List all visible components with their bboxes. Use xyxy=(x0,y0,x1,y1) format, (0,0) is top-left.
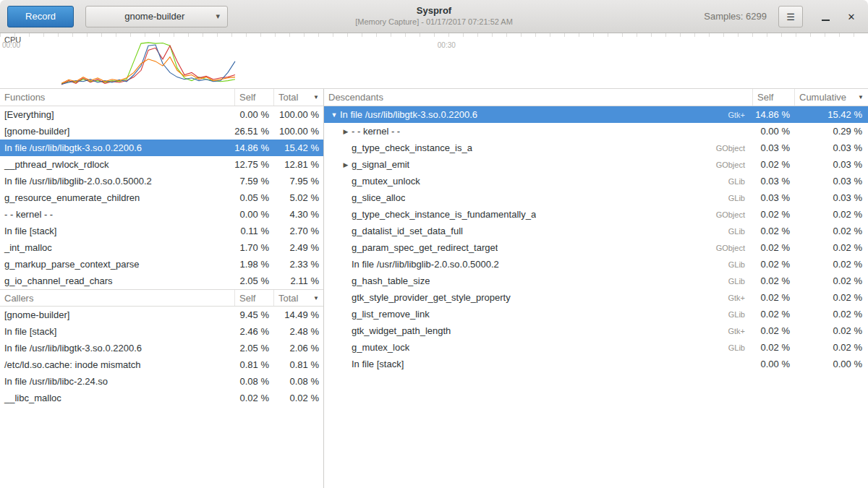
self-percent: 0.02 % xyxy=(752,275,794,286)
self-percent: 0.02 % xyxy=(752,226,794,236)
descendant-row[interactable]: g_mutex_unlockGLib0.03 %0.03 % xyxy=(324,173,868,189)
descendant-row[interactable]: ▼In file /usr/lib/libgtk-3.so.0.2200.6Gt… xyxy=(324,106,868,123)
column-header-self[interactable]: Self xyxy=(234,290,273,306)
function-name: __libc_malloc xyxy=(0,393,234,403)
function-row[interactable]: In file [stack]0.11 %2.70 % xyxy=(0,223,323,239)
caller-row[interactable]: In file /usr/lib/libgtk-3.so.0.2200.62.0… xyxy=(0,340,323,356)
record-button[interactable]: Record xyxy=(7,6,74,27)
timeline-graph[interactable]: CPU 00:00 00:30 xyxy=(0,33,868,89)
self-percent: 0.05 % xyxy=(234,192,273,203)
descendant-row[interactable]: ▶g_signal_emitGObject0.02 %0.03 % xyxy=(324,156,868,173)
cumulative-percent: 0.02 % xyxy=(794,226,868,236)
function-name: g_hash_table_size xyxy=(352,275,430,286)
descendant-label-cell: g_param_spec_get_redirect_targetGObject xyxy=(324,242,752,253)
column-header-descendants[interactable]: Descendants xyxy=(324,89,752,106)
self-percent: 0.08 % xyxy=(234,376,273,387)
total-percent: 0.81 % xyxy=(273,359,323,370)
descendant-row[interactable]: g_slice_allocGLib0.03 %0.03 % xyxy=(324,189,868,206)
column-header-label: Total xyxy=(278,92,298,103)
self-percent: 12.75 % xyxy=(234,159,273,170)
caller-row[interactable]: [gnome-builder]9.45 %14.49 % xyxy=(0,307,323,323)
caller-row[interactable]: __libc_malloc0.02 %0.02 % xyxy=(0,390,323,406)
column-header-total[interactable]: Total ▼ xyxy=(273,290,323,306)
descendant-label-cell: g_datalist_id_set_data_fullGLib xyxy=(324,226,752,236)
expander-icon[interactable]: ▶ xyxy=(340,128,352,135)
library-category-label: GObject xyxy=(716,210,752,219)
cumulative-percent: 0.29 % xyxy=(794,126,868,137)
library-category-label: GLib xyxy=(728,227,752,236)
function-row[interactable]: [gnome-builder]26.51 %100.00 % xyxy=(0,123,323,140)
descendant-row[interactable]: In file [stack]0.00 %0.00 % xyxy=(324,356,868,372)
total-percent: 0.02 % xyxy=(273,393,323,403)
function-name: g_datalist_id_set_data_full xyxy=(352,226,463,236)
function-name: g_io_channel_read_chars xyxy=(0,275,234,286)
descendant-row[interactable]: g_mutex_lockGLib0.02 %0.02 % xyxy=(324,339,868,356)
function-name: In file [stack] xyxy=(0,326,234,337)
process-selector-dropdown[interactable]: gnome-builder ▾ xyxy=(85,6,228,27)
left-pane: Functions Self Total ▼ [Everything]0.00 … xyxy=(0,89,324,488)
total-percent: 5.02 % xyxy=(273,192,323,203)
descendant-row[interactable]: g_datalist_id_set_data_fullGLib0.02 %0.0… xyxy=(324,223,868,239)
descendant-row[interactable]: g_list_remove_linkGLib0.02 %0.02 % xyxy=(324,306,868,322)
function-row[interactable]: In file /usr/lib/libgtk-3.so.0.2200.614.… xyxy=(0,140,323,156)
caller-row[interactable]: In file /usr/lib/libc-2.24.so0.08 %0.08 … xyxy=(0,373,323,390)
close-icon: ✕ xyxy=(848,12,856,22)
caller-row[interactable]: /etc/ld.so.cache: inode mismatch0.81 %0.… xyxy=(0,356,323,373)
descendant-row[interactable]: gtk_widget_path_lengthGtk+0.02 %0.02 % xyxy=(324,322,868,339)
column-header-cumulative[interactable]: Cumulative ▼ xyxy=(794,89,868,106)
descendant-label-cell: gtk_style_provider_get_style_propertyGtk… xyxy=(324,292,752,303)
descendant-row[interactable]: g_hash_table_sizeGLib0.02 %0.02 % xyxy=(324,273,868,289)
function-row[interactable]: _int_malloc1.70 %2.49 % xyxy=(0,239,323,256)
empty-area xyxy=(324,372,868,488)
function-row[interactable]: In file /usr/lib/libglib-2.0.so.0.5000.2… xyxy=(0,173,323,189)
descendant-row[interactable]: g_type_check_instance_is_fundamentally_a… xyxy=(324,206,868,223)
total-percent: 12.81 % xyxy=(273,159,323,170)
descendant-label-cell: g_slice_allocGLib xyxy=(324,192,752,203)
descendant-row[interactable]: g_param_spec_get_redirect_targetGObject0… xyxy=(324,239,868,256)
total-percent: 7.95 % xyxy=(273,176,323,187)
column-header-total[interactable]: Total ▼ xyxy=(273,89,323,106)
cumulative-percent: 0.02 % xyxy=(794,209,868,220)
descendants-pane: Descendants Self Cumulative ▼ ▼In file /… xyxy=(324,89,868,488)
self-percent: 0.00 % xyxy=(752,126,794,137)
hamburger-icon: ☰ xyxy=(786,12,795,22)
total-percent: 100.00 % xyxy=(273,126,323,137)
function-row[interactable]: g_io_channel_read_chars2.05 %2.11 % xyxy=(0,273,323,289)
cumulative-percent: 0.03 % xyxy=(794,159,868,170)
descendant-row[interactable]: In file /usr/lib/libglib-2.0.so.0.5000.2… xyxy=(324,256,868,273)
function-row[interactable]: g_resource_enumerate_children0.05 %5.02 … xyxy=(0,189,323,206)
function-name: - - kernel - - xyxy=(0,209,234,220)
column-header-functions[interactable]: Functions xyxy=(0,89,234,106)
function-name: [Everything] xyxy=(0,109,234,120)
empty-area xyxy=(0,406,323,488)
chevron-down-icon: ▾ xyxy=(216,12,220,21)
function-row[interactable]: - - kernel - -0.00 %4.30 % xyxy=(0,206,323,223)
total-percent: 4.30 % xyxy=(273,209,323,220)
headerbar: Record gnome-builder ▾ Sysprof [Memory C… xyxy=(0,0,868,33)
descendant-row[interactable]: ▶- - kernel - -0.00 %0.29 % xyxy=(324,123,868,140)
close-button[interactable]: ✕ xyxy=(842,6,861,27)
cumulative-percent: 0.02 % xyxy=(794,342,868,353)
column-header-callers[interactable]: Callers xyxy=(0,290,234,306)
minimize-button[interactable] xyxy=(816,6,835,27)
column-header-self[interactable]: Self xyxy=(234,89,273,106)
expander-icon[interactable]: ▶ xyxy=(340,161,352,168)
descendants-table: ▼In file /usr/lib/libgtk-3.so.0.2200.6Gt… xyxy=(324,106,868,372)
function-name: [gnome-builder] xyxy=(0,126,234,137)
descendant-label-cell: ▶g_signal_emitGObject xyxy=(324,159,752,170)
function-name: In file [stack] xyxy=(352,359,404,369)
descendant-row[interactable]: gtk_style_provider_get_style_propertyGtk… xyxy=(324,289,868,306)
sort-indicator-icon: ▼ xyxy=(313,295,319,301)
column-header-label: Self xyxy=(239,293,255,304)
total-percent: 0.08 % xyxy=(273,376,323,387)
function-row[interactable]: __pthread_rwlock_rdlock12.75 %12.81 % xyxy=(0,156,323,173)
library-category-label: Gtk+ xyxy=(728,111,752,119)
menu-button[interactable]: ☰ xyxy=(778,6,803,27)
expander-icon[interactable]: ▼ xyxy=(328,111,340,119)
function-row[interactable]: g_markup_parse_context_parse1.98 %2.33 % xyxy=(0,256,323,273)
function-row[interactable]: [Everything]0.00 %100.00 % xyxy=(0,106,323,123)
caller-row[interactable]: In file [stack]2.46 %2.48 % xyxy=(0,323,323,340)
descendant-row[interactable]: g_type_check_instance_is_aGObject0.03 %0… xyxy=(324,140,868,156)
library-category-label: GLib xyxy=(728,260,752,269)
column-header-self[interactable]: Self xyxy=(752,89,794,106)
